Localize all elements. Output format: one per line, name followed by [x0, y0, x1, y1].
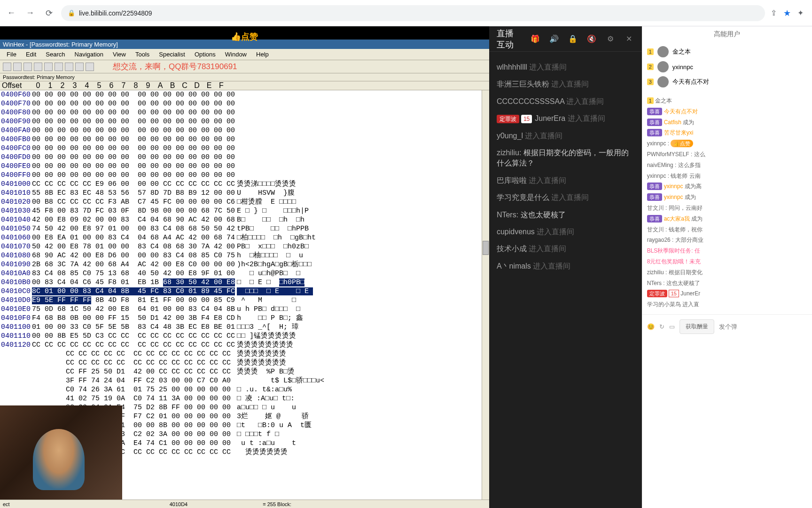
top-user-item[interactable]: 3今天有点不对 [647, 74, 807, 89]
hex-row[interactable]: 41 02 75 19 0A C0 74 11 3A 00 00 00 00□ … [0, 394, 304, 403]
hex-row[interactable]: 0400FD000 00 00 00 00 00 00 00 00 00 00 … [0, 153, 304, 162]
menu-view[interactable]: View [108, 50, 131, 59]
menu-search[interactable]: Search [41, 50, 70, 59]
lock-icon: 🔒 [68, 9, 75, 16]
hex-row[interactable]: 040107050 42 00 E8 78 01 00 00 83 C4 08 … [0, 242, 304, 251]
vertical-scrollbar[interactable] [482, 90, 489, 500]
extensions-icon[interactable]: ✦ [797, 8, 804, 17]
menu-options[interactable]: Options [190, 50, 220, 59]
menu-navigation[interactable]: Navigation [70, 50, 108, 59]
top-user-item[interactable]: 1金之本 [647, 44, 807, 59]
chat-message: y0ung_l 进入直播间 [497, 131, 634, 141]
forward-button[interactable]: → [23, 7, 37, 20]
emoji-icon[interactable]: 😊 [647, 323, 655, 330]
toolbar-button[interactable] [23, 63, 32, 71]
sidebar-feed[interactable]: 1 金之本 恭喜今天有点不对恭喜Catfish 成为恭喜苦尽甘来yxiyxinn… [642, 91, 812, 314]
reward-button[interactable]: 获取酬量 [679, 319, 714, 334]
winhex-menubar: File Edit Search Navigation View Tools S… [0, 49, 489, 60]
scrollbar-thumb[interactable] [483, 241, 489, 255]
lock-chat-icon[interactable]: 🔒 [568, 34, 578, 44]
hex-row[interactable]: 0401000CC CC CC CC CC E9 06 00 00 00 CC … [0, 180, 304, 189]
menu-specialist[interactable]: Specialist [154, 50, 190, 59]
card-icon[interactable]: ▭ [669, 323, 675, 330]
top-user-item[interactable]: 2yxinnpc [647, 59, 807, 74]
hex-row[interactable]: 040108068 90 AC 42 00 E8 D6 00 00 00 83 … [0, 251, 304, 260]
hex-row[interactable]: 040101055 8B EC 83 EC 48 53 56 57 8D 7D … [0, 189, 304, 198]
close-chat-icon[interactable]: ✕ [624, 34, 634, 44]
hex-row[interactable]: 0400FB000 00 00 00 00 00 00 00 00 00 00 … [0, 135, 304, 144]
hex-col-header: C [179, 81, 191, 90]
settings-icon[interactable]: ⚙ [605, 34, 616, 44]
menu-window[interactable]: Window [220, 50, 251, 59]
hex-row[interactable]: 040103045 F8 00 83 7D FC 03 0F 8D 98 00 … [0, 206, 304, 215]
hex-row[interactable]: 0400F8000 00 00 00 00 00 00 00 00 00 00 … [0, 108, 304, 117]
hex-row[interactable]: 0400FC000 00 00 00 00 00 00 00 00 00 00 … [0, 144, 304, 153]
toolbar-button[interactable] [55, 63, 63, 71]
hex-row[interactable]: 040105074 50 42 00 E8 97 01 00 00 83 C4 … [0, 224, 304, 233]
toolbar-button[interactable] [34, 63, 42, 71]
hex-row[interactable]: C0 74 26 3A 61 01 75 25 00 00 00 00 00□ … [0, 385, 304, 394]
winhex-document-tab[interactable]: Passwordtest: Primary Memory [0, 73, 489, 81]
hex-row[interactable]: 040110001 00 00 33 C0 5F 5E 5B 83 C4 48 … [0, 323, 304, 332]
refresh-icon[interactable]: ↻ [659, 323, 664, 330]
chat-message: CCCCCCCSSSSAA 进入直播间 [497, 96, 634, 107]
hex-row[interactable]: 04010A083 C4 08 85 C0 75 13 68 40 50 42 … [0, 269, 304, 278]
hex-row[interactable]: 040106000 E8 EA 01 00 00 83 C4 04 68 A4 … [0, 233, 304, 242]
share-icon[interactable]: ⇪ [771, 8, 777, 17]
bookmark-star-icon[interactable]: ★ [783, 8, 791, 18]
hex-col-header: 5 [93, 81, 105, 90]
menu-edit[interactable]: Edit [21, 50, 41, 59]
menu-tools[interactable]: Tools [131, 50, 154, 59]
toolbar-button[interactable] [13, 63, 22, 71]
hex-row[interactable]: CC CC CC CC CC CC CC CC CC CC CC CC CC烫烫… [0, 349, 304, 358]
menu-file[interactable]: File [2, 50, 21, 59]
chat-header: 直播互动 🎁 🔊 🔒 🔇 ⚙ ✕ [489, 26, 642, 52]
hex-row[interactable]: 0400F7000 00 00 00 00 00 00 00 00 00 00 … [0, 99, 304, 108]
hex-row[interactable]: CC CC CC CC CC CC CC CC CC CC CC CC CC烫烫… [0, 358, 304, 367]
danmaku-input[interactable] [719, 323, 807, 330]
mute-icon[interactable]: 🔇 [586, 34, 597, 44]
hex-col-header: 0 [32, 81, 44, 90]
chat-message-list[interactable]: wlhhhhllll 进入直播间非洲三巨头铁粉 进入直播间CCCCCCCSSSS… [489, 52, 642, 508]
hex-row[interactable]: 0400FF000 00 00 00 00 00 00 00 00 00 00 … [0, 171, 304, 180]
chat-message: 巴库啦啦 进入直播间 [497, 175, 634, 186]
address-bar[interactable]: 🔒 live.bilibili.com/22594809 [61, 5, 765, 21]
hex-row[interactable]: 04010D0E9 5E FF FF FF 8B 4D F8 81 E1 FF … [0, 296, 304, 305]
hex-row[interactable]: CC FF 25 50 D1 42 00 CC CC CC CC CC CC烫烫… [0, 367, 304, 376]
feed-item: 恭喜苦尽甘来yxi [647, 129, 807, 137]
browser-toolbar: ← → ⟳ 🔒 live.bilibili.com/22594809 ⇪ ★ ✦ [0, 0, 812, 26]
top-users-list: 1金之本2yxinnpc3今天有点不对 [642, 42, 812, 91]
toolbar-button[interactable] [86, 63, 94, 71]
feed-item: 恭喜yxinnpc 成为 [647, 193, 807, 201]
hex-col-header: B [166, 81, 179, 90]
feed-item: 恭喜yxinnpc 成为高 [647, 183, 807, 190]
gift-icon[interactable]: 🎁 [530, 34, 540, 44]
hex-row[interactable]: 040104042 00 E8 09 02 00 00 83 C4 04 68 … [0, 215, 304, 224]
reload-button[interactable]: ⟳ [42, 7, 55, 20]
hex-row[interactable]: 0400FA000 00 00 00 00 00 00 00 00 00 00 … [0, 126, 304, 135]
hex-row[interactable]: 04010C08C 01 00 00 83 C4 04 8B 45 FC 83 … [0, 287, 304, 296]
hex-row[interactable]: 0400F9000 00 00 00 00 00 00 00 00 00 00 … [0, 117, 304, 126]
hex-row[interactable]: 0401120CC CC CC CC CC CC CC CC CC CC CC … [0, 341, 304, 349]
toolbar-button[interactable] [3, 63, 11, 71]
back-button[interactable]: ← [5, 7, 18, 20]
hex-col-header: 1 [44, 81, 56, 90]
feed-item: 恭喜今天有点不对 [647, 108, 807, 116]
hex-row[interactable]: 04010B000 83 C4 04 C6 45 F8 01 EB 1B 68 … [0, 278, 304, 287]
feed-item: yxinnpc : 钱老师 云南 [647, 172, 807, 180]
toolbar-button[interactable] [65, 63, 73, 71]
volume-icon[interactable]: 🔊 [549, 34, 559, 44]
toolbar-button[interactable] [44, 63, 53, 71]
hex-row[interactable]: 040102000 B8 CC CC CC CC F3 AB C7 45 FC … [0, 198, 304, 206]
chat-message: 定罪波15JunerEra 进入直播间 [497, 113, 634, 124]
hex-row[interactable]: 040111000 00 8B E5 5D C3 CC CC CC CC CC … [0, 332, 304, 341]
menu-help[interactable]: Help [251, 50, 273, 59]
toolbar-button[interactable] [75, 63, 84, 71]
hex-row[interactable]: 0400F6000 00 00 00 00 00 00 00 00 00 00 … [0, 90, 304, 99]
hex-row[interactable]: 3F FF 74 24 04 FF C2 03 00 00 C7 C0 A0 t… [0, 376, 304, 385]
chat-message: 非洲三巨头铁粉 进入直播间 [497, 79, 634, 89]
hex-row[interactable]: 04010902B 68 3C 7A 42 00 68 A4 AC 42 00 … [0, 260, 304, 269]
hex-row[interactable]: 0400FE000 00 00 00 00 00 00 00 00 00 00 … [0, 162, 304, 171]
hex-row[interactable]: 04010E075 0D 68 1C 50 42 00 E8 64 01 00 … [0, 305, 304, 314]
hex-row[interactable]: 04010F0F4 68 B8 0B 00 00 FF 15 50 D1 42 … [0, 314, 304, 323]
